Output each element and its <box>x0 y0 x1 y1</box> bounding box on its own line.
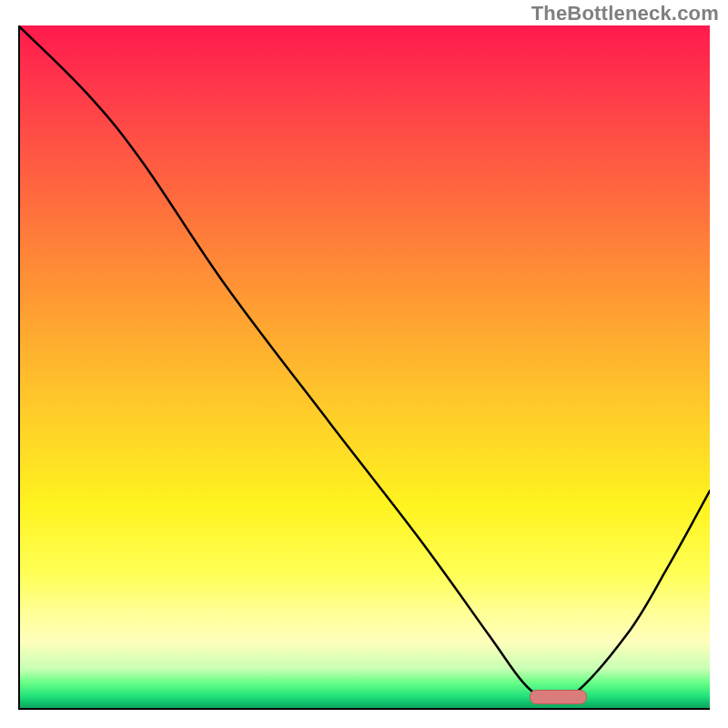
watermark-text: TheBottleneck.com <box>531 2 719 25</box>
optimal-range-marker <box>530 690 587 704</box>
bottleneck-curve <box>18 25 710 702</box>
chart-container: TheBottleneck.com <box>0 0 728 728</box>
gradient-plot-area <box>18 25 710 710</box>
x-axis-line <box>18 708 710 710</box>
curve-svg <box>18 25 710 710</box>
y-axis-line <box>18 25 20 710</box>
